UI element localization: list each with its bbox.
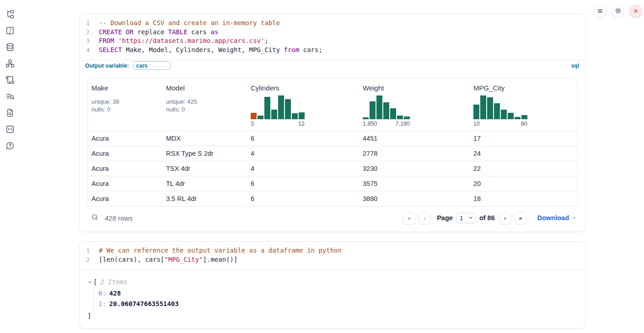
next-page-button[interactable]: › [499, 212, 511, 224]
output-variable-input[interactable] [133, 61, 171, 70]
code-line[interactable]: 2⌄CREATE OR replace TABLE cars as [80, 28, 585, 37]
table-cell: 4451 [359, 131, 470, 146]
item-value: 428 [109, 290, 121, 297]
table-search-button[interactable] [91, 213, 99, 222]
line-number: 4 [80, 46, 90, 55]
page-select-value: 1 [460, 215, 463, 222]
sql-code-editor[interactable]: 1-- Download a CSV and create an in-memo… [80, 14, 585, 60]
code-line[interactable]: 1-- Download a CSV and create an in-memo… [80, 19, 585, 28]
column-title: Model [166, 84, 243, 92]
function-square-icon: f [5, 26, 15, 37]
column-header-MPG_City[interactable]: MPG_City1060 [470, 79, 577, 131]
table-cell: 3230 [359, 161, 470, 176]
list-item: 1:20.060747663551403 [98, 299, 578, 309]
table-cell: 3880 [359, 191, 470, 206]
page-select[interactable]: 1 [456, 213, 476, 223]
code-line[interactable]: 2[len(cars), cars["MPG_City"].mean()] [80, 255, 585, 264]
table-cell: 4 [247, 161, 359, 176]
histogram-bar [515, 117, 521, 119]
table-row[interactable]: Acura3.5 RL 4dr6388018 [88, 191, 577, 206]
shutdown-button[interactable] [629, 5, 642, 18]
sidebar-item-variables[interactable]: f [5, 26, 15, 36]
column-header-Weight[interactable]: Weight1,8507,190 [359, 79, 470, 131]
fold-gutter [90, 19, 95, 28]
line-number: 2 [80, 28, 90, 37]
sidebar-item-scratchpad[interactable] [5, 76, 15, 85]
output-variable-label: Output variable: [85, 63, 129, 69]
table-cell: Acura [88, 191, 162, 206]
histogram-max-label: 60 [521, 121, 527, 127]
histogram-bar [251, 113, 257, 119]
table-cell: 17 [470, 131, 577, 146]
code-square-icon [5, 125, 15, 135]
page-total-label: of 86 [479, 214, 495, 222]
table-footer: 428 rows « ‹ Page 1 of 86 › » Download [87, 211, 578, 225]
notebook: 1-- Download a CSV and create an in-memo… [79, 14, 586, 329]
table-cell: TL 4dr [162, 176, 247, 191]
code-line[interactable]: 4SELECT Make, Model, Cylinders, Weight, … [80, 46, 585, 55]
sidebar-item-file-explorer[interactable] [5, 10, 15, 19]
line-number: 3 [80, 37, 90, 46]
prev-page-button[interactable]: ‹ [419, 212, 431, 224]
histogram-min-label: 3 [251, 121, 254, 127]
item-value: 20.060747663551403 [109, 300, 179, 307]
table-cell: 18 [470, 191, 577, 206]
column-header-Model[interactable]: Modelunique: 425nulls: 0 [162, 79, 247, 131]
data-table: Makeunique: 38nulls: 0Modelunique: 425nu… [87, 78, 578, 206]
code-line[interactable]: 1# We can reference the output variable … [80, 246, 585, 255]
notebook-actions [594, 5, 642, 18]
sidebar-item-snippets[interactable] [5, 125, 15, 134]
table-cell: TSX 4dr [162, 161, 247, 176]
scroll-icon [5, 75, 15, 86]
table-row[interactable]: AcuraTL 4dr6357520 [88, 176, 577, 191]
help-bubble-icon [5, 141, 15, 152]
notebook-menu-button[interactable] [594, 5, 606, 18]
fold-chevron-icon[interactable]: ⌄ [90, 28, 95, 37]
histogram-bar [258, 116, 263, 119]
hamburger-icon [596, 7, 604, 16]
last-page-button[interactable]: » [515, 212, 527, 224]
sidebar-item-documentation[interactable] [5, 109, 15, 118]
search-icon [91, 213, 99, 222]
code-text: # We can reference the output variable a… [95, 246, 342, 255]
output-variable-bar: Output variable: sql [80, 60, 585, 71]
histogram-bar [390, 108, 396, 119]
histogram-bar [404, 116, 410, 119]
histogram-bar [494, 103, 500, 119]
column-header-Make[interactable]: Makeunique: 38nulls: 0 [88, 79, 162, 131]
open-bracket: [ [93, 278, 97, 285]
table-cell: 3.5 RL 4dr [162, 191, 247, 206]
collapse-chevron-icon[interactable] [87, 280, 93, 285]
code-text: CREATE OR replace TABLE cars as [95, 28, 218, 37]
sidebar-item-dependencies[interactable] [5, 59, 15, 69]
table-row[interactable]: AcuraMDX6445117 [88, 131, 577, 146]
python-code-editor[interactable]: 1# We can reference the output variable … [80, 242, 585, 270]
fold-gutter [90, 37, 95, 46]
column-histogram[interactable]: 1,8507,190 [363, 95, 410, 127]
table-row[interactable]: AcuraTSX 4dr4323022 [88, 161, 577, 176]
histogram-bar [370, 101, 376, 119]
column-stats: unique: 38nulls: 0 [91, 98, 159, 113]
column-histogram[interactable]: 1060 [473, 95, 527, 127]
sidebar-item-help[interactable] [5, 142, 15, 151]
first-page-button[interactable]: « [403, 212, 415, 224]
histogram-bar [278, 95, 284, 119]
pagination: « ‹ Page 1 of 86 › » Download [403, 212, 577, 224]
table-cell: 24 [470, 146, 577, 161]
sql-cell: 1-- Download a CSV and create an in-memo… [79, 14, 586, 232]
column-title: Cylinders [251, 84, 355, 92]
histogram-bar [285, 99, 291, 119]
fold-gutter [90, 46, 95, 55]
column-header-Cylinders[interactable]: Cylinders312 [247, 79, 359, 131]
sidebar-item-data-sources[interactable] [5, 43, 15, 52]
table-cell: Acura [88, 146, 162, 161]
code-text: SELECT Make, Model, Cylinders, Weight, M… [95, 46, 322, 55]
code-line[interactable]: 3FROM 'https://datasets.marimo.app/cars.… [80, 37, 585, 46]
chevron-down-icon [468, 215, 473, 222]
settings-button[interactable] [612, 5, 624, 18]
table-row[interactable]: AcuraRSX Type S 2dr4277824 [88, 146, 577, 161]
table-cell: 22 [470, 161, 577, 176]
sidebar-item-logs[interactable] [5, 92, 15, 101]
download-button[interactable]: Download [537, 214, 577, 222]
column-histogram[interactable]: 312 [251, 95, 305, 127]
